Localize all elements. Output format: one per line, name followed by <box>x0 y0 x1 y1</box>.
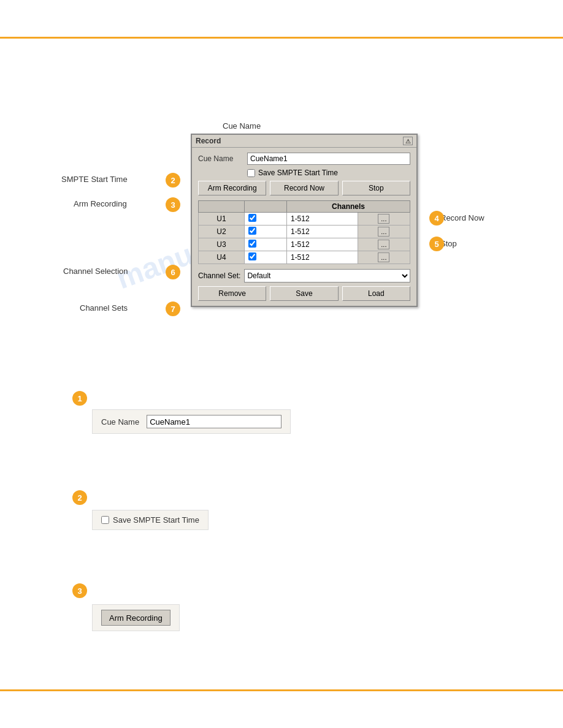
bottom-bar <box>0 689 563 691</box>
dialog-titlebar: Record ⚠ <box>192 135 416 148</box>
channel-row: U4 1-512 ... <box>199 251 410 264</box>
section1-cue-name-input[interactable] <box>147 415 282 428</box>
channel-selection-outer-label: Channel Selection <box>63 267 128 276</box>
badge-7: 7 <box>166 301 180 316</box>
channel-set-row: Channel Set: Default <box>198 269 410 282</box>
dialog-body: Cue Name Save SMPTE Start Time Arm Recor… <box>192 148 416 306</box>
bottom-buttons-row: Remove Save Load <box>198 286 410 301</box>
record-now-button[interactable]: Record Now <box>270 181 338 195</box>
channel-row: U2 1-512 ... <box>199 226 410 238</box>
channels-header: Channels <box>286 201 410 213</box>
cue-name-input[interactable] <box>247 153 410 165</box>
cue-name-top-label: Cue Name <box>223 121 261 131</box>
channel-row-ellipsis[interactable]: ... <box>358 213 410 226</box>
channel-row-ellipsis[interactable]: ... <box>358 238 410 251</box>
channel-row-id: U2 <box>199 226 245 238</box>
dialog-title: Record <box>196 137 221 145</box>
channel-row-checkbox[interactable] <box>245 238 287 251</box>
record-dialog: Record ⚠ Cue Name Save SMPTE Start Time … <box>191 134 418 307</box>
badge-section-2: 2 <box>72 490 87 505</box>
channel-row: U1 1-512 ... <box>199 213 410 226</box>
channel-row-ellipsis[interactable]: ... <box>358 226 410 238</box>
channel-row-id: U4 <box>199 251 245 264</box>
col-header-empty2 <box>245 201 287 213</box>
channel-row-range: 1-512 <box>286 213 358 226</box>
channel-row-checkbox[interactable] <box>245 251 287 264</box>
save-smpte-checkbox[interactable] <box>247 169 255 177</box>
section1-cue-name-label: Cue Name <box>101 417 139 427</box>
smpte-start-time-label: SMPTE Start Time <box>61 175 128 184</box>
channel-row-range: 1-512 <box>286 238 358 251</box>
badge-section-1: 1 <box>72 391 87 406</box>
badge-5: 5 <box>429 237 444 251</box>
save-channel-set-button[interactable]: Save <box>270 286 338 301</box>
channel-row-checkbox[interactable] <box>245 226 287 238</box>
load-button[interactable]: Load <box>342 286 410 301</box>
badge-6: 6 <box>166 265 180 279</box>
badge-section-3: 3 <box>72 583 87 598</box>
section2-save-smpte-checkbox[interactable] <box>101 516 109 524</box>
cue-name-label: Cue Name <box>198 154 247 163</box>
channels-table: Channels U1 1-512 ... U2 1-512 ... U3 1-… <box>198 200 410 264</box>
record-now-outer-label: Record Now <box>440 213 484 222</box>
cue-name-row: Cue Name <box>198 153 410 165</box>
channel-set-label: Channel Set: <box>198 271 240 280</box>
channel-row-range: 1-512 <box>286 251 358 264</box>
save-smpte-row: Save SMPTE Start Time <box>247 169 410 177</box>
arm-recording-outer-label: Arm Recording <box>74 199 127 208</box>
channel-row: U3 1-512 ... <box>199 238 410 251</box>
dialog-close-button[interactable]: ⚠ <box>403 137 413 145</box>
channel-row-range: 1-512 <box>286 226 358 238</box>
channel-row-checkbox[interactable] <box>245 213 287 226</box>
channel-row-id: U3 <box>199 238 245 251</box>
remove-button[interactable]: Remove <box>198 286 266 301</box>
channel-row-ellipsis[interactable]: ... <box>358 251 410 264</box>
save-smpte-label: Save SMPTE Start Time <box>258 169 338 177</box>
section3-arm-recording-button[interactable]: Arm Recording <box>101 610 170 626</box>
action-buttons-row: Arm Recording Record Now Stop <box>198 181 410 195</box>
channel-set-select[interactable]: Default <box>244 269 410 282</box>
col-header-empty <box>199 201 245 213</box>
stop-button[interactable]: Stop <box>342 181 410 195</box>
channel-row-id: U1 <box>199 213 245 226</box>
section2-save-smpte-label: Save SMPTE Start Time <box>113 515 199 525</box>
channel-sets-outer-label: Channel Sets <box>80 303 128 313</box>
badge-3: 3 <box>166 197 180 212</box>
badge-2: 2 <box>166 173 180 188</box>
arm-recording-button[interactable]: Arm Recording <box>198 181 266 195</box>
badge-4: 4 <box>429 211 444 226</box>
top-bar <box>0 37 563 39</box>
